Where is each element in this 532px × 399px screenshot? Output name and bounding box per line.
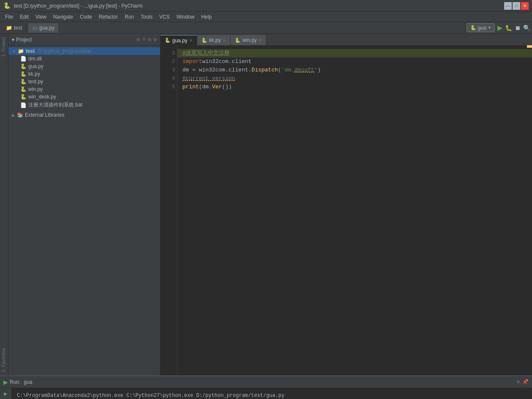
tree-root-path: D:\python_program\test xyxy=(38,48,91,54)
file-tab-win[interactable]: 🐍 win.py ✕ xyxy=(231,35,266,45)
run-config-selector[interactable]: 🐍 gua ▾ xyxy=(467,23,495,32)
project-panel-header: ▾ Project ⚙ ≡ ⚙ ⚙ xyxy=(8,34,160,46)
tree-item-external[interactable]: ▶ 📚 External Libraries xyxy=(8,111,160,119)
gear-icon[interactable]: ⚙ xyxy=(154,36,157,43)
toolbar-right: 🐍 gua ▾ ▶ 🐛 ⏹ 🔍 xyxy=(467,23,530,32)
tree-file-kk: kk.py xyxy=(28,71,40,77)
menu-help[interactable]: Help xyxy=(198,13,215,21)
file-tab-win-label: win.py xyxy=(242,37,257,43)
tree-file-bat: 注册大漠插件到系统.bat xyxy=(28,101,82,109)
run-pin-icon[interactable]: 📌 xyxy=(522,379,529,385)
py-icon-test: 🐍 xyxy=(20,79,27,85)
menu-tools[interactable]: Tools xyxy=(137,13,156,21)
scroll-marker xyxy=(527,45,532,48)
menu-refactor[interactable]: Refactor xyxy=(95,13,121,21)
run-content: ▶ ↑ ⏹ ↓ ⏸ ≡ ⤵ ↕ ✕ ? C:\ProgramData\Anaco… xyxy=(0,388,532,399)
debug-button[interactable]: 🐛 xyxy=(505,25,512,31)
code-editor[interactable]: #这里写入中文注释 import win32com.client dm = wi… xyxy=(177,46,532,375)
libraries-icon: 📚 xyxy=(17,112,23,118)
menu-run[interactable]: Run xyxy=(121,13,137,21)
tree-arrow-open: ▼ xyxy=(12,49,16,54)
py-icon-kk: 🐍 xyxy=(20,71,27,77)
run-config-label: gua xyxy=(24,379,32,385)
menu-view[interactable]: View xyxy=(32,13,50,21)
maximize-button[interactable]: □ xyxy=(513,2,520,10)
sync-icon[interactable]: ⚙ xyxy=(137,36,140,43)
code-line-4: #current version xyxy=(182,74,527,83)
project-dropdown-icon: ▾ xyxy=(12,37,14,43)
file-tab-gua-icon: 🐍 xyxy=(165,38,171,43)
file-tab-gua-close[interactable]: ✕ xyxy=(189,38,193,43)
line-numbers: 1 2 3 4 5 xyxy=(160,46,177,375)
menu-vcs[interactable]: VCS xyxy=(156,13,173,21)
file-tab-win-icon: 🐍 xyxy=(235,38,241,43)
code-comment-4: #current version xyxy=(182,74,235,83)
run-settings-icon[interactable]: ⚙ xyxy=(517,379,520,385)
tree-item-win-desk-py[interactable]: 🐍 win_desk.py xyxy=(8,93,160,101)
tree-root-name: test xyxy=(26,48,35,54)
title-icon: 🐍 xyxy=(3,2,11,9)
tree-arrow-collapsed: ▶ xyxy=(12,113,15,118)
tree-item-bat[interactable]: 📄 注册大漠插件到系统.bat xyxy=(8,101,160,109)
bat-icon: 📄 xyxy=(20,102,27,108)
code-fn-ver: Ver xyxy=(212,83,222,91)
sidebar-favorites-label[interactable]: 2. Favorites xyxy=(0,344,8,375)
close-button[interactable]: ✕ xyxy=(521,2,529,10)
tree-item-test[interactable]: ▼ 📁 test D:\python_program\test xyxy=(8,47,160,55)
title-bar: 🐍 test [D:/python_program/test] - ...\gu… xyxy=(0,0,532,12)
code-str-dm: 'dm.dmsoft' xyxy=(281,66,318,74)
run-output: C:\ProgramData\Anaconda2\python.exe C:\P… xyxy=(12,388,532,399)
py-icon-gua: 🐍 xyxy=(20,63,27,69)
py-icon-win-desk: 🐍 xyxy=(20,94,27,100)
run-panel: ▶ Run: gua ⚙ 📌 ▶ ↑ ⏹ ↓ ⏸ ≡ ⤵ ↕ ✕ ? C:\Pr… xyxy=(0,375,532,399)
dll-icon: 📄 xyxy=(20,56,27,62)
menu-edit[interactable]: Edit xyxy=(16,13,32,21)
project-tab-test[interactable]: 📁 test xyxy=(2,23,27,33)
file-tab-kk-icon: 🐍 xyxy=(201,38,207,43)
run-tools: ⚙ 📌 xyxy=(517,379,529,385)
code-line-2: import win32com.client xyxy=(182,57,527,66)
editor-area: 🐍 gua.py ✕ 🐍 kk.py ✕ 🐍 win.py ✕ 1 2 xyxy=(160,34,532,375)
tree-item-gua-py[interactable]: 🐍 gua.py xyxy=(8,63,160,70)
menu-file[interactable]: File xyxy=(2,13,16,21)
sidebar-project-label[interactable]: 1. Project xyxy=(0,34,8,60)
file-tab-gua-label: gua.py xyxy=(172,38,187,44)
tree-item-win-py[interactable]: 🐍 win.py xyxy=(8,85,160,93)
tree-item-test-py[interactable]: 🐍 test.py xyxy=(8,78,160,85)
tree-item-dm-dll[interactable]: 📄 dm.dll xyxy=(8,55,160,63)
run-panel-name: Run: xyxy=(10,379,20,385)
collapse-icon[interactable]: ≡ xyxy=(142,36,145,43)
stop-button[interactable]: ⏹ xyxy=(515,25,521,31)
menu-window[interactable]: Window xyxy=(173,13,198,21)
tree-file-win: win.py xyxy=(28,86,43,92)
run-title-icon: ▶ xyxy=(3,379,8,385)
menu-bar: File Edit View Navigate Code Refactor Ru… xyxy=(0,12,532,22)
settings-icon[interactable]: ⚙ xyxy=(148,36,151,43)
code-kw-import: import xyxy=(182,57,202,66)
code-line-1: #这里写入中文注释 xyxy=(177,49,532,57)
search-everywhere-button[interactable]: 🔍 xyxy=(523,25,530,31)
project-panel-title: ▾ Project xyxy=(12,37,32,43)
project-tab-gua[interactable]: py gua.py xyxy=(28,23,59,33)
run-config-icon: 🐍 xyxy=(470,25,476,30)
file-tab-label: gua.py xyxy=(39,25,54,31)
window-controls: — □ ✕ xyxy=(504,2,529,10)
file-tab-gua[interactable]: 🐍 gua.py ✕ xyxy=(160,35,197,45)
window-title: test [D:/python_program/test] - ...\gua.… xyxy=(14,3,504,9)
run-play-btn[interactable]: ▶ xyxy=(2,390,10,398)
project-title-text: Project xyxy=(16,37,32,43)
project-panel: ▾ Project ⚙ ≡ ⚙ ⚙ ▼ 📁 test D:\python_pro… xyxy=(8,34,160,375)
minimize-button[interactable]: — xyxy=(504,2,512,10)
menu-code[interactable]: Code xyxy=(76,13,95,21)
editor-content[interactable]: 1 2 3 4 5 #这里写入中文注释 import win32com.clie… xyxy=(160,46,532,375)
file-tab-kk-close[interactable]: ✕ xyxy=(223,38,226,43)
file-tab-kk[interactable]: 🐍 kk.py ✕ xyxy=(197,35,231,45)
run-button[interactable]: ▶ xyxy=(497,24,502,32)
output-command: C:\ProgramData\Anaconda2\python.exe C:\P… xyxy=(17,391,527,399)
project-tabs: 📁 test py gua.py 🐍 gua ▾ ▶ 🐛 ⏹ 🔍 xyxy=(0,22,532,34)
menu-navigate[interactable]: Navigate xyxy=(50,13,76,21)
file-tab-win-close[interactable]: ✕ xyxy=(258,38,262,43)
file-tab-icon: py xyxy=(33,25,38,30)
tree-item-kk-py[interactable]: 🐍 kk.py xyxy=(8,70,160,78)
left-sidebar: 1. Project 2. Favorites xyxy=(0,34,8,375)
